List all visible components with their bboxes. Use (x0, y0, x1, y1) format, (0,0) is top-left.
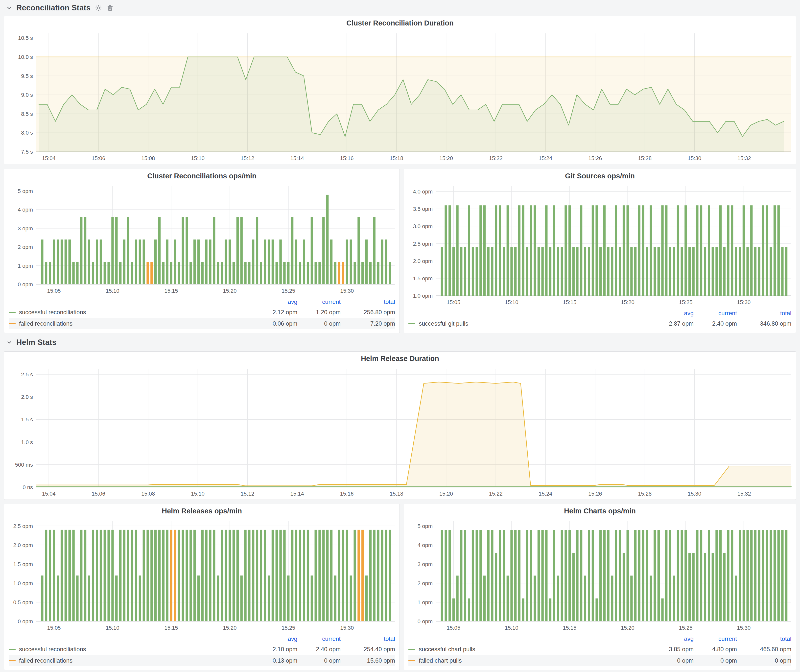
svg-text:0 opm: 0 opm (418, 618, 433, 624)
helm-charts-ops-chart[interactable]: 0 opm1 opm2 opm3 opm4 opm5 opm15:0515:10… (404, 518, 796, 634)
svg-text:15:22: 15:22 (489, 155, 502, 161)
svg-text:1.0 opm: 1.0 opm (413, 293, 433, 299)
trash-icon[interactable] (106, 4, 114, 12)
svg-text:1 opm: 1 opm (418, 599, 433, 605)
helmChartOps-plot: 0 opm1 opm2 opm3 opm4 opm5 opm15:0515:10… (404, 518, 796, 634)
svg-text:15:20: 15:20 (439, 155, 453, 161)
legend-col-total[interactable]: total (341, 635, 395, 642)
svg-text:15:30: 15:30 (340, 288, 354, 294)
svg-text:15:12: 15:12 (241, 155, 254, 161)
legend-col-current[interactable]: current (694, 635, 737, 642)
helm-release-duration-chart[interactable]: 0 ns500 ms1.0 s1.5 s2.0 s2.5 s15:0415:06… (4, 365, 796, 499)
panel-title[interactable]: Helm Charts ops/min (404, 504, 796, 518)
legend-value-avg: 0.13 opm (254, 657, 298, 664)
panel-title[interactable]: Cluster Reconciliation Duration (4, 16, 796, 30)
legend-value-total: 465.60 opm (737, 646, 791, 653)
legend: avgcurrenttotalsuccessful git pulls2.87 … (404, 308, 796, 333)
legend-value-avg: 2.10 opm (254, 646, 298, 653)
series-color-dash-icon (9, 312, 16, 313)
legend-row: failed reconciliations0.13 opm0 opm15.60… (9, 655, 395, 666)
svg-text:15:20: 15:20 (621, 625, 635, 631)
section-header-helm-stats[interactable]: Helm Stats (6, 336, 56, 349)
legend-col-avg[interactable]: avg (254, 298, 298, 305)
legend-col-avg[interactable]: avg (254, 635, 298, 642)
helm-releases-ops-chart[interactable]: 0 opm0.5 opm1.0 opm1.5 opm2.0 opm2.5 opm… (4, 518, 400, 634)
legend-col-current[interactable]: current (694, 310, 737, 317)
svg-text:15:10: 15:10 (505, 625, 518, 631)
svg-text:500 ms: 500 ms (15, 462, 33, 468)
helmReleaseOps-plot: 0 opm0.5 opm1.0 opm1.5 opm2.0 opm2.5 opm… (4, 518, 400, 634)
legend-row: failed reconciliations0.06 opm0 opm7.20 … (9, 318, 395, 329)
panel-title[interactable]: Git Sources ops/min (404, 169, 796, 183)
series-color-dash-icon (408, 660, 415, 661)
svg-text:15:10: 15:10 (106, 625, 119, 631)
legend-row: successful chart pulls3.85 opm4.80 opm46… (408, 643, 791, 655)
legend-col-avg[interactable]: avg (650, 310, 694, 317)
panel-helm-releases-ops: Helm Releases ops/min 0 opm0.5 opm1.0 op… (4, 504, 400, 670)
svg-text:15:25: 15:25 (679, 625, 693, 631)
svg-text:15:30: 15:30 (688, 155, 701, 161)
svg-text:1 opm: 1 opm (18, 263, 33, 269)
legend-value-current: 0 opm (694, 657, 737, 664)
svg-text:15:25: 15:25 (282, 625, 295, 631)
svg-text:15:05: 15:05 (447, 299, 460, 305)
svg-text:15:18: 15:18 (390, 155, 403, 161)
clusterOps-plot: 0 opm1 opm2 opm3 opm4 opm5 opm15:0515:10… (4, 183, 400, 297)
svg-text:2.0 opm: 2.0 opm (413, 258, 433, 264)
cluster-reconciliation-duration-chart[interactable]: 7.5 s8.0 s8.5 s9.0 s9.5 s10.0 s10.5 s15:… (4, 30, 796, 164)
svg-text:2.0 s: 2.0 s (21, 394, 33, 400)
legend-series-label[interactable]: failed reconciliations (19, 320, 72, 327)
legend-col-total[interactable]: total (737, 310, 791, 317)
chevron-down-icon (6, 339, 12, 346)
svg-text:15:30: 15:30 (737, 625, 750, 631)
panel-title[interactable]: Helm Release Duration (4, 352, 796, 365)
panel-helm-charts-ops: Helm Charts ops/min 0 opm1 opm2 opm3 opm… (404, 504, 796, 670)
svg-text:15:24: 15:24 (539, 155, 552, 161)
svg-text:1.5 s: 1.5 s (21, 416, 33, 422)
section-header-reconciliation-stats[interactable]: Reconciliation Stats (6, 2, 114, 14)
svg-text:1.5 opm: 1.5 opm (13, 561, 33, 567)
svg-text:3.5 opm: 3.5 opm (413, 206, 433, 212)
legend-series-label[interactable]: failed reconciliations (19, 657, 72, 664)
legend-col-total[interactable]: total (737, 635, 791, 642)
legend-col-current[interactable]: current (298, 635, 341, 642)
chevron-down-icon (6, 5, 12, 11)
svg-text:0 opm: 0 opm (18, 618, 33, 624)
svg-text:8.0 s: 8.0 s (21, 130, 33, 136)
legend-col-avg[interactable]: avg (650, 635, 694, 642)
cluster-reconciliations-ops-chart[interactable]: 0 opm1 opm2 opm3 opm4 opm5 opm15:0515:10… (4, 183, 400, 297)
legend-col-total[interactable]: total (341, 298, 395, 305)
svg-text:15:12: 15:12 (241, 491, 254, 497)
legend-value-current: 1.20 opm (298, 309, 341, 316)
svg-text:3 opm: 3 opm (418, 561, 433, 567)
series-color-dash-icon (408, 323, 415, 324)
helmDuration-plot: 0 ns500 ms1.0 s1.5 s2.0 s2.5 s15:0415:06… (4, 365, 796, 499)
legend-value-avg: 2.87 opm (650, 320, 694, 327)
svg-text:15:06: 15:06 (91, 155, 105, 161)
svg-text:15:26: 15:26 (588, 491, 602, 497)
legend-col-current[interactable]: current (298, 298, 341, 305)
legend-series-label[interactable]: successful chart pulls (419, 646, 475, 653)
panel-title[interactable]: Cluster Reconciliations ops/min (4, 169, 400, 183)
svg-text:2.0 opm: 2.0 opm (13, 542, 33, 548)
svg-text:15:26: 15:26 (588, 155, 602, 161)
svg-text:15:32: 15:32 (738, 155, 751, 161)
legend-header: avgcurrenttotal (9, 297, 395, 307)
svg-text:2.5 opm: 2.5 opm (13, 523, 33, 529)
legend-series-label[interactable]: successful reconciliations (19, 646, 86, 653)
section-title: Helm Stats (16, 338, 56, 347)
legend-series-label[interactable]: successful git pulls (419, 320, 468, 327)
svg-text:1.0 s: 1.0 s (21, 439, 33, 445)
svg-text:8.5 s: 8.5 s (21, 111, 33, 117)
svg-text:15:20: 15:20 (621, 299, 635, 305)
legend-series-label[interactable]: successful reconciliations (19, 309, 86, 316)
svg-text:0 opm: 0 opm (18, 281, 33, 288)
panel-title[interactable]: Helm Releases ops/min (4, 504, 400, 518)
legend-header: avgcurrenttotal (9, 634, 395, 643)
legend-series-label[interactable]: failed chart pulls (419, 657, 462, 664)
gear-icon[interactable] (94, 4, 102, 12)
svg-text:15:30: 15:30 (737, 299, 750, 305)
svg-text:15:18: 15:18 (390, 491, 403, 497)
git-sources-ops-chart[interactable]: 1.0 opm1.5 opm2.0 opm2.5 opm3.0 opm3.5 o… (404, 183, 796, 308)
legend-value-total: 346.80 opm (737, 320, 791, 327)
